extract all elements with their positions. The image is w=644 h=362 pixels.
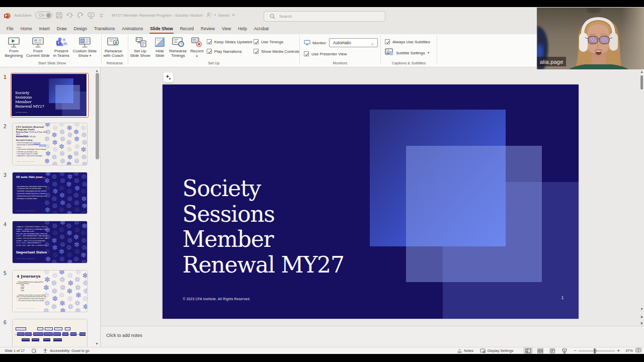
diagram-box-text-line: [66, 328, 70, 329]
ribbon-group-body: From BeginningFrom Current SlideTPresent…: [3, 34, 101, 61]
hide-slide-button[interactable]: Hide Slide: [152, 34, 168, 58]
thumbnail-scrollbar-thumb[interactable]: [96, 73, 99, 159]
solid-flower-glyph: ✽: [74, 136, 79, 143]
diagram-box-text-line: [17, 328, 25, 329]
editor-scroll-up-icon[interactable]: ▲: [639, 70, 644, 73]
slideshow-view-button[interactable]: [559, 347, 569, 354]
slide-thumbnail-6[interactable]: [12, 319, 88, 347]
checkbox-label: Use Presenter View: [311, 52, 347, 56]
zoom-slider[interactable]: [579, 350, 615, 351]
mini-bullet-line: ▪ Notifications & Member Portal Download: [16, 144, 48, 146]
powerpoint-logo-icon[interactable]: P: [4, 12, 11, 19]
editor-scroll-down-icon[interactable]: ▼: [639, 307, 644, 311]
editor-scrollbar-thumb[interactable]: [640, 75, 643, 89]
zoom-slider-thumb[interactable]: [594, 348, 596, 353]
monitor-dropdown-value: Automatic: [333, 41, 351, 45]
outline-flower-glyph: ❁: [84, 288, 88, 296]
slide-thumbnail-4[interactable]: ❁❁✽❁❁✽❁✽❁❁✽❁❁✽❁✽❁❁✽❁❁❁✽❁❁✽❁❁❁❁✽❁❁✽❁✽❁❁✽❁…: [12, 221, 88, 263]
custom-slide-show-button[interactable]: Custom SlideShow ▾: [71, 34, 99, 58]
solid-flower-glyph: ✽: [60, 200, 65, 207]
theme-icon[interactable]: [32, 348, 37, 353]
tab-help[interactable]: Help: [234, 23, 250, 34]
checkbox-always-use-subtitles[interactable]: Always Use Subtitles: [385, 39, 430, 44]
previous-slide-button[interactable]: ▲: [639, 314, 644, 319]
normal-view-button[interactable]: [523, 347, 533, 354]
mini-sub-bullet: ▪ Sept: [20, 290, 24, 292]
mini-slide-title: Of note this year...: [16, 175, 45, 178]
accessibility-status[interactable]: Accessibility: Good to go: [50, 348, 90, 353]
start-presentation-icon[interactable]: [88, 12, 95, 19]
captions-column: Always Use SubtitlesSubtitle Settings▾: [385, 34, 430, 58]
slide-thumbnail-2[interactable]: ✽❁❁✽❁❁✽❁✽❁❁✽❁❁❁✽❁❁✽❁❁❁❁✽❁❁✽❁✽❁❁✽❁❁✽✽❁❁✽❁…: [12, 123, 88, 165]
tab-acrobat[interactable]: Acrobat: [251, 23, 272, 34]
present-in-teams-button[interactable]: TPresent in Teams: [51, 34, 71, 58]
record-button[interactable]: Record▾: [189, 34, 205, 59]
outline-flower-glyph: ❁: [74, 158, 79, 165]
customize-qat-icon[interactable]: [98, 12, 105, 19]
button-label: Set Up Slide Show: [130, 49, 150, 58]
tab-insert[interactable]: Insert: [35, 23, 53, 34]
rehearse-with-coach-button[interactable]: Rehearse with Coach: [102, 34, 125, 58]
from-current-slide-button[interactable]: From Current Slide: [25, 34, 52, 58]
fit-slide-to-window-button[interactable]: [635, 347, 641, 354]
outline-flower-glyph: ❁: [81, 210, 87, 214]
search-box[interactable]: Search: [264, 11, 385, 22]
subtitle-settings-button[interactable]: Subtitle Settings▾: [385, 48, 430, 58]
save-icon[interactable]: [56, 12, 63, 19]
outline-flower-glyph: ❁: [59, 150, 65, 158]
thumbnail-scrollbar[interactable]: ▲ ▼: [95, 67, 100, 347]
save-status-label[interactable]: Saved: [218, 13, 229, 18]
search-placeholder: Search: [279, 14, 292, 19]
notes-button[interactable]: Notes: [457, 348, 473, 353]
scroll-down-arrow-icon[interactable]: ▼: [95, 342, 99, 345]
autosave-toggle[interactable]: On: [35, 12, 52, 19]
zoom-out-button[interactable]: −: [574, 348, 577, 353]
tab-view[interactable]: View: [218, 23, 234, 34]
zoom-level[interactable]: 97%: [623, 348, 633, 353]
tab-review[interactable]: Review: [197, 23, 218, 34]
rehearse-timings-button[interactable]: Rehearse Timings: [168, 34, 189, 58]
designer-sparkle-button[interactable]: [163, 72, 174, 82]
toggle-knob: [46, 13, 51, 18]
outline-flower-glyph: ❁: [59, 185, 64, 193]
ribbon-group-body: Rehearse with Coach: [102, 34, 128, 61]
diagram-box-text-line: [22, 339, 29, 340]
checkbox-use-presenter-view[interactable]: Use Presenter View: [304, 51, 378, 56]
checkbox-play-narrations[interactable]: Play Narrations: [207, 49, 252, 54]
tab-record[interactable]: Record: [177, 23, 197, 34]
thumbnail-number-1: 1: [1, 74, 9, 80]
slide-thumbnail-5[interactable]: ❁❁✽❁❁✽✽❁❁✽❁❁✽❁❁✽❁❁❁✽❁❁✽❁❁❁✽❁❁✽❁❁✽❁❁✽4 Jo…: [12, 270, 88, 313]
checkbox-keep-slides-updated[interactable]: Keep Slides Updated: [207, 39, 252, 44]
zoom-in-button[interactable]: +: [617, 348, 620, 353]
tab-slide-show[interactable]: Slide Show: [146, 23, 176, 34]
notes-pane[interactable]: Click to add notes: [101, 326, 644, 347]
tab-file[interactable]: File: [3, 23, 17, 34]
undo-icon[interactable]: [66, 12, 73, 19]
scroll-up-arrow-icon[interactable]: ▲: [95, 69, 99, 72]
monitor-dropdown[interactable]: Automatic: [329, 38, 378, 47]
tab-home[interactable]: Home: [17, 23, 36, 34]
reading-view-button[interactable]: [547, 347, 557, 354]
redo-icon[interactable]: [77, 12, 84, 19]
checkbox-use-timings[interactable]: Use Timings: [254, 39, 299, 44]
from-beginning-button[interactable]: From Beginning: [3, 34, 25, 58]
slide-canvas[interactable]: SocietySessionsMemberRenewal MY27© 2023 …: [163, 84, 579, 319]
display-settings-button[interactable]: Display Settings: [480, 348, 514, 353]
checkbox-box: [385, 39, 390, 44]
editor-scrollbar[interactable]: ▲ ▼ ▲ ▼: [639, 70, 644, 347]
set-up-slide-show-button[interactable]: Set Up Slide Show: [128, 34, 152, 58]
slide-thumbnail-1[interactable]: SocietySessionsMemberRenewal MY27© 2023 …: [11, 73, 89, 118]
slide-thumbnail-3[interactable]: ✽❁❁✽❁❁✽✽❁❁✽❁❁✽❁✽❁❁✽❁❁❁❁✽❁❁✽❁❁❁✽❁❁✽❁✽❁❁✽❁…: [12, 172, 88, 215]
diagram-main-box: [53, 332, 61, 336]
tab-animations[interactable]: Animations: [118, 23, 146, 34]
checkbox-show-media-controls[interactable]: Show Media Controls: [254, 49, 299, 54]
tab-design[interactable]: Design: [70, 23, 91, 34]
accessibility-icon[interactable]: [43, 348, 48, 353]
tab-transitions[interactable]: Transitions: [91, 23, 118, 34]
button-label: From Beginning: [5, 49, 23, 58]
tab-draw[interactable]: Draw: [53, 23, 70, 34]
button-label: From Current Slide: [26, 49, 50, 58]
next-slide-button[interactable]: ▼: [639, 321, 644, 326]
slide-sorter-view-button[interactable]: [535, 347, 545, 354]
solid-flower-glyph: ✽: [67, 210, 72, 214]
